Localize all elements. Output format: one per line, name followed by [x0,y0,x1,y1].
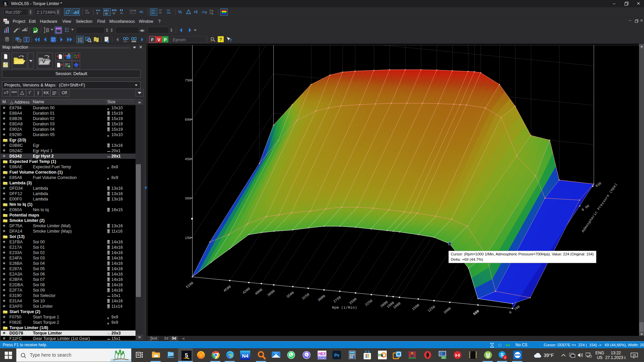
svg-text:0|1: 0|1 [85,9,88,11]
svg-text:V: V [157,37,160,42]
svg-text:450: 450 [185,157,191,161]
svg-text:+2: +2 [25,27,28,30]
svg-text:LO HI: LO HI [130,9,136,12]
svg-text:P: P [164,37,167,42]
svg-text:F: F [34,31,35,34]
svg-text:Org: Org [209,12,213,15]
svg-text:+/-: +/- [139,10,144,14]
svg-text:3: 3 [504,356,506,359]
svg-text:F: F [151,37,154,42]
svg-text:9: 9 [78,54,79,56]
svg-text:35: 35 [633,354,636,357]
svg-text:150: 150 [185,236,191,240]
svg-text:8: 8 [97,12,98,15]
svg-text:5A3F2D: 5A3F2D [318,356,326,359]
svg-text:HI LO: HI LO [130,12,136,14]
svg-text:?: ? [229,38,232,43]
svg-text:111: 111 [167,9,170,11]
svg-text:%: % [178,9,182,14]
svg-text:Org: Org [202,10,207,14]
svg-text:9EE: 9EE [151,12,156,14]
svg-text:Cursor: (Rpm=1000 1/Min, Admos: Cursor: (Rpm=1000 1/Min, Admospheric Pre… [451,252,594,256]
svg-text:5: 5 [4,2,6,6]
svg-text:+2: +2 [17,27,20,30]
svg-text:300: 300 [185,196,191,200]
svg-text:N4: N4 [242,353,249,359]
svg-text:FF: FF [159,9,162,11]
svg-text:32: 32 [112,12,115,15]
svg-text:IOI...: IOI... [123,40,128,43]
svg-text:255: 255 [151,9,155,12]
svg-text:Ps: Ps [334,353,339,358]
svg-text:750: 750 [185,78,191,82]
svg-text:Org: Org [209,9,213,12]
svg-text:444: 444 [167,12,171,14]
svg-text:?: ? [219,37,222,42]
svg-text:×1: ×1 [194,10,198,14]
svg-text:FF: FF [159,12,162,14]
svg-text:CDE: CDE [85,12,90,14]
svg-text:Fl.: Fl. [120,12,123,15]
svg-text:600: 600 [185,118,191,122]
svg-text:x: x [381,353,384,358]
svg-text:16: 16 [105,12,108,15]
svg-text:Rpm (1/Min): Rpm (1/Min) [332,306,357,310]
svg-text:HEX: HEX [318,352,326,356]
svg-text:F: F [74,54,75,56]
svg-text:Delta: +69 (44.7%): Delta: +69 (44.7%) [451,257,483,261]
